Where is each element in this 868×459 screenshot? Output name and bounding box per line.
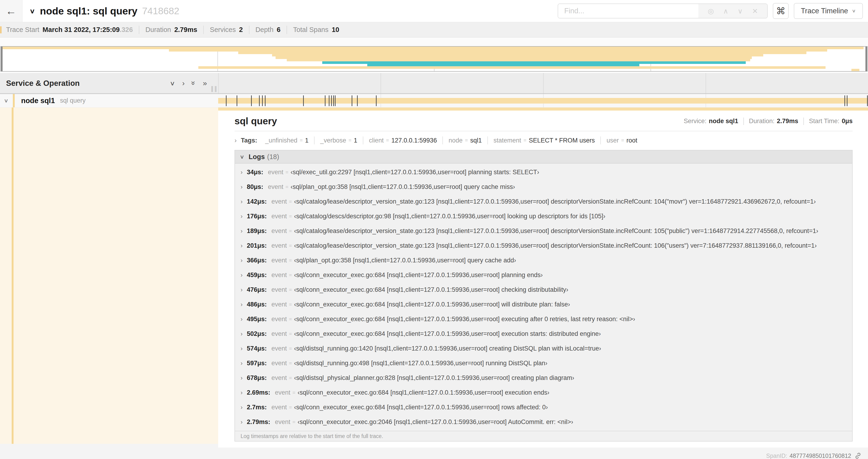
detail-divider — [235, 131, 852, 131]
log-row[interactable]: › 142μs: event = ‹sql/catalog/lease/desc… — [235, 194, 852, 209]
log-expand-chevron-icon[interactable]: › — [241, 389, 243, 396]
log-tick-marker — [262, 95, 263, 106]
log-expand-chevron-icon[interactable]: › — [241, 257, 243, 264]
equals-sign: = — [289, 258, 292, 264]
log-row[interactable]: › 80μs: event = ‹sql/plan_opt.go:358 [ns… — [235, 179, 852, 194]
log-expand-chevron-icon[interactable]: › — [241, 330, 243, 337]
expand-one-icon[interactable]: › — [182, 79, 185, 88]
log-tick-marker — [352, 95, 352, 106]
column-resizer-handle[interactable]: ∥∥ — [211, 85, 218, 92]
log-event-key: event — [271, 242, 287, 249]
log-timestamp: 176μs: — [247, 213, 267, 220]
span-detail-color-strip — [218, 107, 868, 110]
logs-collapse-chevron-icon[interactable]: ∨ — [240, 154, 245, 160]
deep-link-icon[interactable] — [855, 452, 862, 459]
logs-note: Log timestamps are relative to the start… — [235, 431, 852, 441]
page-title: node sql1: sql query — [40, 5, 137, 17]
log-row[interactable]: › 189μs: event = ‹sql/catalog/lease/desc… — [235, 224, 852, 238]
clear-search-icon[interactable]: ✕ — [752, 7, 758, 15]
minimap-right-scrubber[interactable] — [865, 47, 867, 71]
log-expand-chevron-icon[interactable]: › — [241, 286, 243, 293]
collapse-all-icon[interactable]: » — [189, 81, 198, 85]
back-button[interactable]: ← — [0, 0, 22, 22]
log-event-key: event — [268, 169, 283, 176]
equals-sign: = — [289, 302, 292, 308]
log-row[interactable]: › 574μs: event = ‹sql/distsql_running.go… — [235, 341, 852, 356]
log-timestamp: 2.7ms: — [247, 404, 267, 411]
logs-header[interactable]: ∨ Logs (18) — [235, 151, 852, 163]
span-id-value: 4877749850101760812 — [789, 453, 851, 459]
span-row-node-sql1[interactable]: ∨ node sql1 sql query — [0, 94, 868, 107]
equals-sign: = — [289, 287, 292, 293]
log-expand-chevron-icon[interactable]: › — [241, 360, 243, 367]
log-row[interactable]: › 495μs: event = ‹sql/conn_executor_exec… — [235, 312, 852, 327]
tags-expand-chevron-icon[interactable]: › — [235, 137, 237, 144]
tag-value: 1 — [305, 137, 308, 144]
equals-sign: = — [523, 137, 526, 143]
log-row[interactable]: › 678μs: event = ‹sql/distsql_physical_p… — [235, 371, 852, 385]
collapse-trace-chevron-icon[interactable]: ∨ — [29, 7, 35, 15]
minimap-span-bar — [1, 47, 864, 49]
chevron-down-icon: ∨ — [852, 8, 856, 13]
log-row[interactable]: › 476μs: event = ‹sql/conn_executor_exec… — [235, 283, 852, 297]
log-timestamp: 486μs: — [247, 301, 267, 308]
minimap-span-bar — [272, 54, 763, 57]
trace-view-selector[interactable]: Trace Timeline ∨ — [794, 3, 863, 19]
log-row[interactable]: › 366μs: event = ‹sql/plan_opt.go:358 [n… — [235, 253, 852, 268]
log-expand-chevron-icon[interactable]: › — [241, 418, 243, 426]
log-expand-chevron-icon[interactable]: › — [241, 227, 243, 235]
equals-sign: = — [292, 390, 296, 396]
span-duration-bar[interactable] — [218, 98, 868, 104]
equals-sign: = — [289, 360, 292, 366]
trace-stat: Services 2 — [204, 26, 249, 34]
trace-stat: Trace Start March 31 2022, 17:25:09 .326 — [0, 26, 139, 34]
log-expand-chevron-icon[interactable]: › — [241, 271, 243, 279]
log-expand-chevron-icon[interactable]: › — [241, 404, 243, 411]
log-expand-chevron-icon[interactable]: › — [241, 316, 243, 323]
log-expand-chevron-icon[interactable]: › — [241, 345, 243, 352]
meta-separator — [803, 118, 804, 125]
span-collapse-chevron-icon[interactable]: ∨ — [4, 97, 9, 104]
meta-label: Start Time: — [809, 118, 840, 125]
find-input[interactable] — [558, 4, 699, 18]
collapse-one-icon[interactable]: ∨ — [169, 79, 175, 87]
log-expand-chevron-icon[interactable]: › — [241, 242, 243, 249]
log-expand-chevron-icon[interactable]: › — [241, 198, 243, 205]
log-expand-chevron-icon[interactable]: › — [241, 301, 243, 308]
log-timestamp: 459μs: — [247, 271, 267, 279]
tags-row[interactable]: › Tags: _unfinished = 1 _verbose = 1 — [235, 133, 852, 148]
span-color-accent — [12, 107, 13, 444]
log-row[interactable]: › 2.69ms: event = ‹sql/conn_executor_exe… — [235, 385, 852, 400]
log-row[interactable]: › 597μs: event = ‹sql/distsql_running.go… — [235, 356, 852, 371]
log-timestamp: 366μs: — [247, 257, 267, 264]
minimap-canvas[interactable] — [0, 46, 868, 72]
detail-left-column — [0, 107, 218, 444]
log-row[interactable]: › 459μs: event = ‹sql/conn_executor_exec… — [235, 268, 852, 283]
service-operation-header: Service & Operation ∨ › » » ∥∥ — [0, 73, 218, 93]
log-expand-chevron-icon[interactable]: › — [241, 183, 243, 191]
span-detail-title: sql query — [235, 116, 277, 127]
log-event-value: ‹sql/conn_executor_exec.go:684 [nsql1,cl… — [294, 330, 601, 337]
log-row[interactable]: › 2.7ms: event = ‹sql/conn_executor_exec… — [235, 400, 852, 415]
span-service-name: node sql1 — [21, 97, 55, 105]
log-row[interactable]: › 502μs: event = ‹sql/conn_executor_exec… — [235, 327, 852, 341]
tag-item: client = 127.0.0.1:59936 — [363, 136, 443, 144]
log-expand-chevron-icon[interactable]: › — [241, 213, 243, 220]
ruler-gridline — [706, 73, 706, 93]
minimap-left-scrubber[interactable] — [1, 47, 3, 71]
span-id-row: SpanID: 4877749850101760812 — [218, 448, 868, 459]
log-expand-chevron-icon[interactable]: › — [241, 374, 243, 382]
keyboard-shortcuts-button[interactable]: ⌘ — [773, 3, 789, 19]
log-row[interactable]: › 201μs: event = ‹sql/catalog/lease/desc… — [235, 238, 852, 253]
log-timestamp: 80μs: — [247, 183, 264, 191]
next-result-icon[interactable]: ∨ — [738, 7, 743, 15]
log-expand-chevron-icon[interactable]: › — [241, 169, 243, 176]
locate-icon[interactable]: ◎ — [708, 7, 714, 15]
log-row[interactable]: › 176μs: event = ‹sql/catalog/descs/desc… — [235, 209, 852, 224]
expand-all-icon[interactable]: » — [203, 79, 207, 88]
prev-result-icon[interactable]: ∧ — [723, 7, 728, 15]
tag-item: user = root — [601, 136, 643, 144]
log-row[interactable]: › 486μs: event = ‹sql/conn_executor_exec… — [235, 297, 852, 312]
log-row[interactable]: › 2.79ms: event = ‹sql/conn_executor_exe… — [235, 415, 852, 429]
log-row[interactable]: › 34μs: event = ‹sql/exec_util.go:2297 [… — [235, 165, 852, 179]
